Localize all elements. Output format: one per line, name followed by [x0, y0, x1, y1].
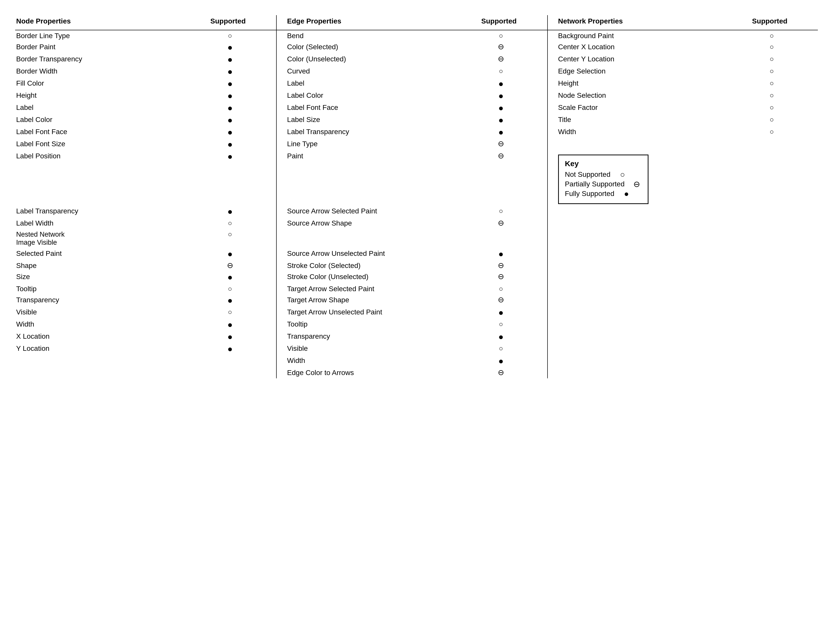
key-item-label: Partially Supported [565, 180, 625, 188]
network-prop-cell [557, 138, 726, 151]
network-support-cell [726, 248, 818, 260]
node-support-cell: ● [184, 42, 277, 53]
node-support-cell: ● [184, 343, 277, 355]
edge-support-cell: ○ [455, 30, 547, 42]
network-support-cell [726, 260, 818, 271]
separator-col-2 [547, 355, 557, 367]
node-support-cell: ○ [184, 307, 277, 319]
separator-col-2 [547, 151, 557, 206]
separator-col-1 [277, 307, 286, 319]
separator-col-1 [277, 53, 286, 66]
network-prop-cell [557, 283, 726, 295]
separator-col-1 [277, 343, 286, 355]
edge-prop-cell: Line Type [286, 138, 455, 151]
edge-prop-cell: Source Arrow Shape [286, 218, 455, 229]
node-support-cell: ● [184, 151, 277, 206]
node-support-cell [184, 355, 277, 367]
edge-prop-cell: Bend [286, 30, 455, 42]
node-support-cell: ● [184, 331, 277, 343]
edge-support-cell: ○ [455, 66, 547, 78]
separator-col-2 [547, 295, 557, 307]
node-prop-cell: Label Transparency [15, 206, 184, 218]
separator-col-2 [547, 307, 557, 319]
network-support-cell: ○ [726, 42, 818, 53]
edge-support-cell: ● [455, 331, 547, 343]
edge-prop-cell: Stroke Color (Unselected) [286, 271, 455, 283]
network-prop-cell: Height [557, 78, 726, 90]
separator-col-1 [277, 102, 286, 114]
network-prop-cell [557, 260, 726, 271]
node-prop-cell: Visible [15, 307, 184, 319]
edge-support-cell: ○ [455, 206, 547, 218]
network-support-cell: ○ [726, 53, 818, 66]
edge-support-cell: ○ [455, 283, 547, 295]
key-item-symbol: ⊖ [632, 180, 642, 188]
key-title: Key [565, 159, 642, 168]
node-prop-cell: Label Color [15, 114, 184, 126]
network-support-cell [726, 229, 818, 248]
node-support-cell: ● [184, 319, 277, 331]
node-prop-cell: Selected Paint [15, 248, 184, 260]
network-support-cell [726, 319, 818, 331]
separator-col-2 [547, 206, 557, 218]
edge-support-cell: ○ [455, 343, 547, 355]
key-row: Fully Supported● [565, 190, 642, 198]
separator-col-1 [277, 206, 286, 218]
node-support-cell: ● [184, 66, 277, 78]
separator-1 [277, 15, 286, 30]
edge-support-cell [455, 229, 547, 248]
separator-col-2 [547, 90, 557, 102]
node-support-cell: ○ [184, 283, 277, 295]
network-support-cell [726, 218, 818, 229]
network-prop-cell: Scale Factor [557, 102, 726, 114]
edge-prop-cell: Paint [286, 151, 455, 206]
edge-prop-cell: Target Arrow Shape [286, 295, 455, 307]
separator-col-1 [277, 331, 286, 343]
node-support-cell: ● [184, 271, 277, 283]
separator-col-2 [547, 283, 557, 295]
node-prop-cell: Nested NetworkImage Visible [15, 229, 184, 248]
network-prop-cell: KeyNot Supported○Partially Supported⊖Ful… [557, 151, 818, 206]
edge-support-cell: ○ [455, 319, 547, 331]
node-support-cell: ● [184, 138, 277, 151]
edge-support-cell: ● [455, 307, 547, 319]
key-item-label: Not Supported [565, 171, 611, 179]
node-prop-cell: Y Location [15, 343, 184, 355]
node-prop-cell: X Location [15, 331, 184, 343]
edge-prop-cell: Target Arrow Selected Paint [286, 283, 455, 295]
edge-prop-cell [286, 229, 455, 248]
node-prop-cell: Height [15, 90, 184, 102]
edge-prop-cell: Width [286, 355, 455, 367]
node-prop-cell: Border Line Type [15, 30, 184, 42]
edge-support-cell: ● [455, 90, 547, 102]
edge-prop-cell: Target Arrow Unselected Paint [286, 307, 455, 319]
network-prop-cell: Node Selection [557, 90, 726, 102]
node-support-cell: ● [184, 90, 277, 102]
separator-col-2 [547, 78, 557, 90]
key-row: Not Supported○ [565, 171, 642, 179]
network-support-cell [726, 271, 818, 283]
edge-prop-cell: Color (Unselected) [286, 53, 455, 66]
separator-col-2 [547, 218, 557, 229]
network-support-cell: ○ [726, 66, 818, 78]
network-prop-cell [557, 218, 726, 229]
network-prop-cell: Title [557, 114, 726, 126]
node-props-header: Node Properties [15, 15, 184, 30]
separator-col-1 [277, 248, 286, 260]
edge-prop-cell: Tooltip [286, 319, 455, 331]
separator-col-2 [547, 260, 557, 271]
node-support-cell: ● [184, 78, 277, 90]
network-prop-cell [557, 343, 726, 355]
network-prop-cell: Center Y Location [557, 53, 726, 66]
network-prop-cell [557, 271, 726, 283]
node-support-cell: ● [184, 102, 277, 114]
network-prop-cell: Background Paint [557, 30, 726, 42]
network-support-cell: ○ [726, 114, 818, 126]
network-support-cell [726, 206, 818, 218]
node-prop-cell: Width [15, 319, 184, 331]
edge-prop-cell: Edge Color to Arrows [286, 367, 455, 378]
edge-supported-header: Supported [455, 15, 547, 30]
network-prop-cell [557, 355, 726, 367]
node-prop-cell: Label Width [15, 218, 184, 229]
network-prop-cell: Center X Location [557, 42, 726, 53]
